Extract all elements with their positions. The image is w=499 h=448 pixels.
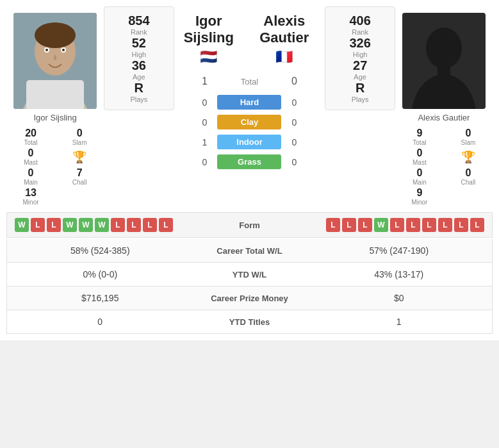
player1-slam-label: Slam (72, 139, 87, 146)
player2-photo (402, 13, 486, 109)
player1-minor-label: Minor (23, 199, 39, 206)
player2-slam-label: Slam (461, 139, 476, 146)
player1-stats-grid: 20 Total 0 Slam 0 Mast 🏆 0 Main (10, 128, 101, 206)
form-badge: L (390, 218, 404, 232)
hard-row: 0 Hard 0 (174, 95, 325, 110)
clay-row: 0 Clay 0 (174, 115, 325, 129)
form-badge: L (342, 218, 356, 232)
player2-ytd-wl: 43% (13-17) (314, 269, 485, 279)
ytd-wl-label: YTD W/L (186, 270, 314, 279)
form-badge: L (438, 218, 452, 232)
player2-form-badges: LLLWLLLLLL (326, 218, 484, 232)
player1-career-prize: $716,195 (15, 293, 186, 303)
player1-rank-item: 854 Rank (128, 13, 149, 36)
player2-rank-label: Rank (349, 28, 370, 36)
player2-header-name: Alexis Gautier (243, 13, 325, 46)
form-badge: L (159, 218, 173, 232)
player1-plays-label: Plays (130, 95, 147, 103)
player2-age-label: Age (353, 73, 367, 81)
player1-rank-label: Rank (128, 28, 149, 36)
player1-mast-cell: 0 Mast (10, 147, 52, 166)
player2-minor-cell: 9 Minor (398, 187, 441, 206)
player1-trophy-icon: 🏆 (72, 150, 86, 164)
player2-age-item: 27 Age (353, 58, 367, 81)
form-badge: W (95, 218, 109, 232)
career-prize-label: Career Prize Money (186, 294, 314, 303)
indoor-button[interactable]: Indoor (217, 135, 281, 149)
player2-main-value: 0 (416, 167, 422, 179)
player2-slam-cell: 0 Slam (447, 128, 489, 146)
form-badge: W (63, 218, 77, 232)
player2-slam-value: 0 (465, 128, 471, 139)
clay-button[interactable]: Clay (217, 115, 281, 129)
grass-row: 0 Grass 0 (174, 154, 325, 169)
main-container: Igor Sijsling 20 Total 0 Slam 0 Mast 🏆 (0, 0, 499, 340)
player1-minor-cell: 13 Minor (10, 187, 52, 206)
names-row: Igor Sijsling 🇳🇱 Alexis Gautier🇫🇷 (174, 13, 325, 71)
ytd-titles-label: YTD Titles (186, 317, 314, 327)
player2-center-stats: 406 Rank 326 High 27 Age R Plays (325, 6, 395, 110)
player2-card: Alexis Gautier 9 Total 0 Slam 0 Mast 🏆 (395, 6, 493, 212)
player1-plays-value: R (130, 81, 147, 95)
form-badge: L (406, 218, 420, 232)
career-prize-row: $716,195 Career Prize Money $0 (6, 286, 493, 310)
player1-chall-value: 7 (77, 167, 83, 179)
form-badge: L (326, 218, 340, 232)
total-score-left: 1 (192, 76, 217, 87)
player2-plays-item: R Plays (352, 81, 369, 103)
form-badge: L (111, 218, 125, 232)
player2-minor-value: 9 (416, 187, 422, 199)
player2-trophy-icon: 🏆 (461, 150, 475, 164)
player1-minor-value: 13 (25, 187, 37, 199)
player1-ytd-titles: 0 (15, 317, 186, 327)
player1-ytd-wl: 0% (0-0) (15, 269, 186, 279)
form-badge: L (422, 218, 436, 232)
svg-point-3 (35, 22, 76, 48)
player2-mast-label: Mast (413, 159, 427, 166)
player2-mast-value: 0 (416, 147, 422, 159)
player1-main-value: 0 (28, 167, 34, 179)
indoor-score-left: 1 (192, 137, 217, 147)
player2-high-item: 326 High (349, 36, 370, 58)
grass-score-left: 0 (192, 157, 217, 167)
player1-high-item: 52 High (132, 36, 147, 58)
player1-high-label: High (132, 51, 147, 58)
center-area: Igor Sijsling 🇳🇱 Alexis Gautier🇫🇷 1 Tota… (174, 6, 325, 174)
player1-age-item: 36 Age (132, 58, 146, 81)
grass-button[interactable]: Grass (217, 154, 281, 169)
clay-score-right: 0 (281, 117, 307, 128)
svg-point-6 (45, 49, 48, 51)
player2-name-label: Alexis Gautier (418, 113, 470, 122)
indoor-row: 1 Indoor 0 (174, 135, 325, 149)
form-badge: L (127, 218, 141, 232)
player1-rank-value: 854 (128, 13, 149, 28)
clay-score-left: 0 (192, 117, 217, 128)
player2-rank-item: 406 Rank (349, 13, 370, 36)
player2-age-value: 27 (353, 58, 367, 73)
hard-score-right: 0 (281, 97, 307, 108)
player1-photo (13, 13, 97, 109)
form-badge: L (454, 218, 468, 232)
form-label: Form (173, 220, 326, 230)
form-badge: L (47, 218, 61, 232)
hard-button[interactable]: Hard (217, 95, 281, 110)
player2-rank-value: 406 (349, 13, 370, 28)
player2-career-prize: $0 (314, 293, 485, 303)
total-label: Total (217, 77, 281, 87)
player2-minor-label: Minor (411, 199, 427, 206)
svg-rect-11 (438, 65, 450, 75)
ytd-wl-row: 0% (0-0) YTD W/L 43% (13-17) (6, 263, 493, 286)
indoor-score-right: 0 (281, 137, 307, 147)
player1-mast-value: 0 (28, 147, 34, 159)
player2-high-label: High (349, 51, 370, 58)
player2-total-value: 9 (416, 128, 422, 139)
player2-mast-cell: 0 Mast (398, 147, 441, 166)
player1-trophy-cell: 🏆 (58, 147, 101, 166)
svg-point-7 (62, 49, 65, 51)
svg-point-10 (426, 28, 462, 69)
player1-main-label: Main (24, 179, 38, 186)
player1-total-label: Total (24, 139, 37, 146)
player1-career-wl: 58% (524-385) (15, 245, 186, 256)
form-badge: L (31, 218, 45, 232)
player1-slam-cell: 0 Slam (58, 128, 101, 146)
